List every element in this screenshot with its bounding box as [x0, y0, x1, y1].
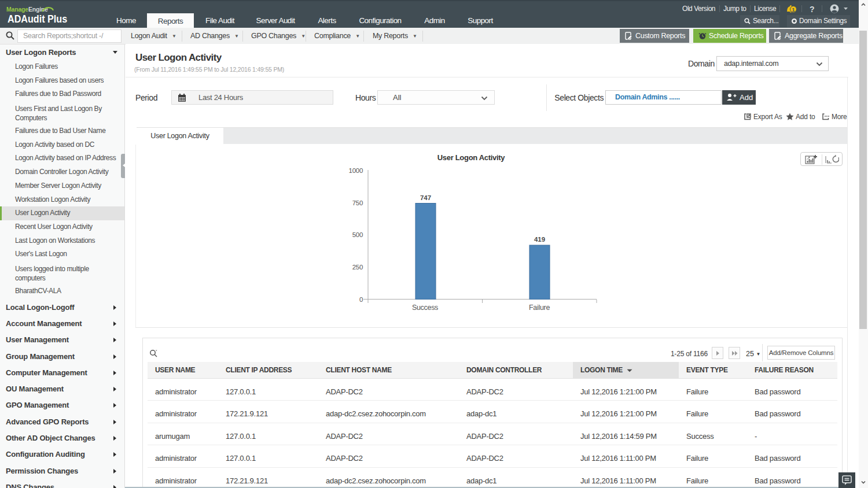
svg-text:Success: Success [412, 304, 438, 312]
svg-text:500: 500 [352, 231, 363, 238]
svg-text:0: 0 [359, 296, 363, 303]
svg-text:1000: 1000 [349, 167, 363, 174]
svg-text:Failure: Failure [529, 304, 550, 312]
svg-text:419: 419 [534, 236, 545, 243]
svg-text:747: 747 [420, 194, 431, 201]
svg-text:1: 1 [792, 7, 795, 13]
svg-text:750: 750 [352, 199, 363, 206]
svg-text:250: 250 [352, 264, 363, 271]
